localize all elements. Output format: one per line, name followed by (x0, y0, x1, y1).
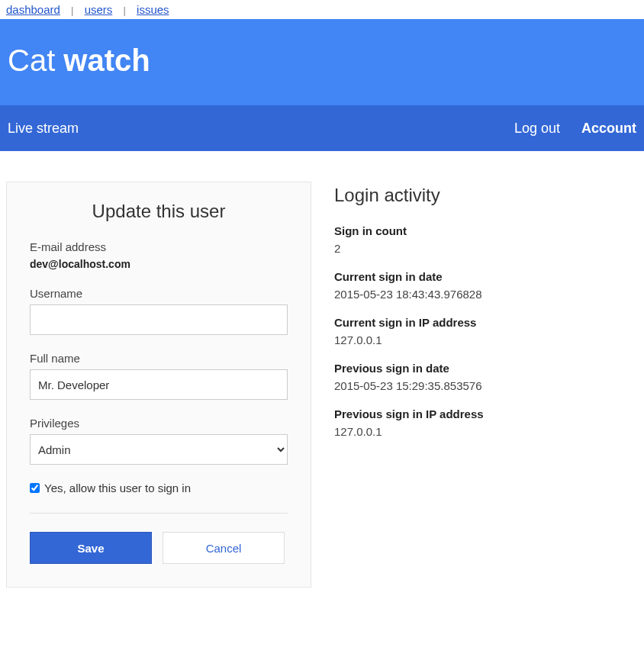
nav-issues-link[interactable]: issues (137, 3, 169, 16)
nav-separator: | (124, 5, 126, 16)
nav-users-link[interactable]: users (85, 3, 113, 16)
divider (30, 513, 288, 514)
current-signin-ip-label: Current sign in IP address (334, 316, 638, 329)
fullname-label: Full name (30, 352, 288, 365)
username-input[interactable] (30, 304, 288, 335)
brand-light: Cat (8, 43, 63, 77)
current-signin-ip-value: 127.0.0.1 (334, 333, 638, 346)
email-label: E-mail address (30, 240, 288, 253)
brand-bold: watch (63, 43, 150, 77)
email-value: dev@localhost.com (30, 258, 288, 270)
activity-title: Login activity (334, 185, 638, 206)
previous-signin-ip-label: Previous sign in IP address (334, 407, 638, 420)
fullname-input[interactable] (30, 369, 288, 400)
current-signin-date-label: Current sign in date (334, 270, 638, 283)
nav-logout[interactable]: Log out (514, 121, 560, 137)
current-signin-date-value: 2015-05-23 18:43:43.976828 (334, 288, 638, 301)
privileges-select[interactable]: Admin (30, 434, 288, 465)
login-activity-panel: Login activity Sign in count 2 Current s… (334, 182, 638, 453)
nav-separator: | (71, 5, 73, 16)
nav-account[interactable]: Account (581, 121, 636, 137)
update-user-panel: Update this user E-mail address dev@loca… (6, 182, 311, 588)
signin-count-value: 2 (334, 242, 638, 255)
panel-title: Update this user (30, 201, 288, 222)
privileges-label: Privileges (30, 417, 288, 430)
nav-dashboard-link[interactable]: dashboard (6, 3, 60, 16)
content: Update this user E-mail address dev@loca… (0, 151, 644, 603)
allow-signin-label: Yes, allow this user to sign in (44, 481, 191, 494)
previous-signin-date-value: 2015-05-23 15:29:35.853576 (334, 379, 638, 392)
header: Cat watch (0, 19, 644, 105)
signin-count-label: Sign in count (334, 224, 638, 237)
previous-signin-date-label: Previous sign in date (334, 362, 638, 375)
nav-live-stream[interactable]: Live stream (8, 121, 79, 136)
cancel-button[interactable]: Cancel (163, 532, 285, 564)
navbar: Live stream Log out Account (0, 105, 644, 151)
top-nav: dashboard | users | issues (0, 0, 644, 19)
allow-signin-row[interactable]: Yes, allow this user to sign in (30, 481, 288, 494)
previous-signin-ip-value: 127.0.0.1 (334, 425, 638, 438)
save-button[interactable]: Save (30, 532, 152, 564)
username-label: Username (30, 287, 288, 300)
brand-title: Cat watch (8, 19, 636, 105)
allow-signin-checkbox[interactable] (30, 483, 40, 493)
